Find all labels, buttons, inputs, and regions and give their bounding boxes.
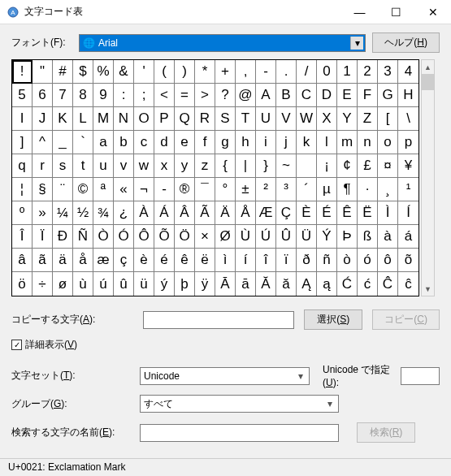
char-cell[interactable]: `: [73, 131, 93, 154]
char-cell[interactable]: =: [175, 84, 195, 107]
char-cell[interactable]: ½: [73, 201, 93, 225]
char-cell[interactable]: @: [236, 84, 256, 107]
char-cell[interactable]: Û: [276, 225, 297, 249]
char-cell[interactable]: ç: [114, 249, 134, 272]
char-cell[interactable]: Ô: [134, 225, 154, 249]
char-cell[interactable]: ^: [33, 131, 53, 154]
goto-input[interactable]: [401, 367, 440, 385]
char-cell[interactable]: G: [378, 84, 398, 107]
scroll-track[interactable]: [422, 74, 434, 282]
char-cell[interactable]: ö: [12, 272, 33, 296]
char-cell[interactable]: ·: [358, 178, 378, 201]
char-cell[interactable]: U: [256, 107, 276, 131]
char-cell[interactable]: B: [276, 84, 297, 107]
char-cell[interactable]: (: [154, 60, 175, 84]
char-cell[interactable]: ¸: [378, 178, 398, 201]
char-cell[interactable]: ä: [53, 249, 73, 272]
char-cell[interactable]: Ñ: [73, 225, 93, 249]
char-cell[interactable]: ê: [175, 249, 195, 272]
char-cell[interactable]: a: [93, 131, 114, 154]
scroll-down-button[interactable]: ▼: [422, 282, 434, 296]
char-cell[interactable]: 2: [358, 60, 378, 84]
char-cell[interactable]: ¤: [378, 154, 398, 178]
char-cell[interactable]: ü: [134, 272, 154, 296]
char-cell[interactable]: ú: [93, 272, 114, 296]
char-cell[interactable]: R: [195, 107, 215, 131]
char-cell[interactable]: r: [33, 154, 53, 178]
close-button[interactable]: ✕: [414, 0, 451, 24]
char-cell[interactable]: §: [33, 178, 53, 201]
char-cell[interactable]: *: [195, 60, 215, 84]
char-cell[interactable]: ¾: [93, 201, 114, 225]
char-cell[interactable]: ,: [236, 60, 256, 84]
char-cell[interactable]: º: [12, 201, 33, 225]
char-cell[interactable]: Ć: [337, 272, 358, 296]
char-cell[interactable]: ÿ: [195, 272, 215, 296]
char-cell[interactable]: O: [134, 107, 154, 131]
char-cell[interactable]: J: [33, 107, 53, 131]
char-cell[interactable]: Ą: [297, 272, 317, 296]
char-cell[interactable]: ą: [317, 272, 337, 296]
char-cell[interactable]: H: [398, 84, 418, 107]
char-cell[interactable]: ¹: [398, 178, 418, 201]
char-cell[interactable]: «: [114, 178, 134, 201]
char-cell[interactable]: D: [317, 84, 337, 107]
char-cell[interactable]: 8: [73, 84, 93, 107]
char-cell[interactable]: ò: [337, 249, 358, 272]
char-cell[interactable]: ó: [358, 249, 378, 272]
char-cell[interactable]: í: [236, 249, 256, 272]
char-cell[interactable]: q: [12, 154, 33, 178]
char-cell[interactable]: S: [215, 107, 236, 131]
char-cell[interactable]: ù: [73, 272, 93, 296]
search-button[interactable]: 検索(R): [357, 422, 415, 443]
char-cell[interactable]: Æ: [256, 201, 276, 225]
char-cell[interactable]: ñ: [317, 249, 337, 272]
char-cell[interactable]: ¢: [337, 154, 358, 178]
char-cell[interactable]: ô: [378, 249, 398, 272]
char-cell[interactable]: Ï: [33, 225, 53, 249]
char-cell[interactable]: °: [215, 178, 236, 201]
char-cell[interactable]: Y: [337, 107, 358, 131]
char-cell[interactable]: Þ: [337, 225, 358, 249]
char-cell[interactable]: è: [134, 249, 154, 272]
char-cell[interactable]: $: [73, 60, 93, 84]
char-cell[interactable]: 6: [33, 84, 53, 107]
char-cell[interactable]: d: [154, 131, 175, 154]
char-cell[interactable]: ³: [276, 178, 297, 201]
char-cell[interactable]: ¶: [337, 178, 358, 201]
char-cell[interactable]: Ø: [215, 225, 236, 249]
char-cell[interactable]: ï: [276, 249, 297, 272]
char-cell[interactable]: Ĉ: [378, 272, 398, 296]
char-cell[interactable]: <: [154, 84, 175, 107]
char-cell[interactable]: ý: [154, 272, 175, 296]
char-cell[interactable]: 0: [317, 60, 337, 84]
char-cell[interactable]: m: [337, 131, 358, 154]
char-cell[interactable]: Ó: [114, 225, 134, 249]
char-cell[interactable]: u: [93, 154, 114, 178]
charset-select[interactable]: Unicode ▾: [140, 367, 310, 385]
char-cell[interactable]: ?: [215, 84, 236, 107]
char-cell[interactable]: Ù: [236, 225, 256, 249]
char-cell[interactable]: [: [378, 107, 398, 131]
char-cell[interactable]: K: [53, 107, 73, 131]
char-cell[interactable]: ð: [297, 249, 317, 272]
char-cell[interactable]: ©: [73, 178, 93, 201]
copy-input[interactable]: [143, 311, 294, 329]
char-cell[interactable]: A: [256, 84, 276, 107]
char-cell[interactable]: É: [317, 201, 337, 225]
char-cell[interactable]: µ: [317, 178, 337, 201]
char-cell[interactable]: F: [358, 84, 378, 107]
copy-button[interactable]: コピー(C): [372, 309, 440, 330]
char-cell[interactable]: ì: [215, 249, 236, 272]
char-cell[interactable]: Ã: [195, 201, 215, 225]
char-cell[interactable]: Õ: [154, 225, 175, 249]
char-cell[interactable]: :: [114, 84, 134, 107]
char-cell[interactable]: Ă: [256, 272, 276, 296]
char-cell[interactable]: á: [398, 225, 418, 249]
char-cell[interactable]: à: [378, 225, 398, 249]
char-cell[interactable]: Ý: [317, 225, 337, 249]
char-cell[interactable]: ¬: [134, 178, 154, 201]
char-cell[interactable]: ®: [175, 178, 195, 201]
char-cell[interactable]: &: [114, 60, 134, 84]
char-cell[interactable]: 7: [53, 84, 73, 107]
